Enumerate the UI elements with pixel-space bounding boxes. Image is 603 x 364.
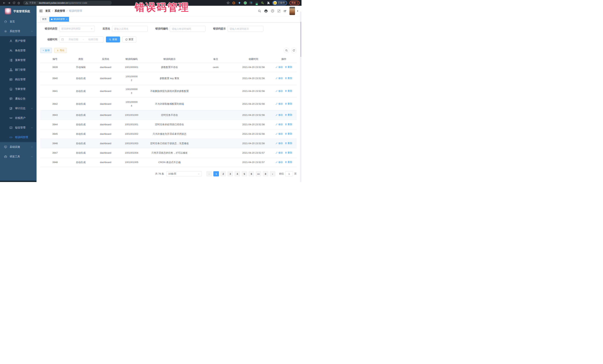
- bookmark-star-icon[interactable]: [227, 1, 230, 4]
- cell-id: 3948: [40, 158, 70, 167]
- extension-grid-icon[interactable]: [249, 1, 253, 5]
- edit-link[interactable]: 修改: [276, 132, 283, 136]
- browser-menu-icon[interactable]: [297, 2, 298, 4]
- chevron-down-icon[interactable]: ▾: [297, 10, 298, 12]
- delete-link[interactable]: 删除: [285, 65, 292, 69]
- prev-page-button[interactable]: ‹: [206, 171, 212, 176]
- page-button-1[interactable]: 1: [213, 171, 219, 176]
- sidebar-item-3[interactable]: 角色管理: [0, 46, 36, 55]
- forward-icon[interactable]: [7, 1, 12, 5]
- page-size-select[interactable]: 10条/页: [166, 171, 202, 176]
- sidebar-item-2[interactable]: 用户管理: [0, 36, 36, 46]
- profile-paused-label: 已暂停: [278, 1, 285, 4]
- end-date-placeholder[interactable]: 结束日期: [85, 38, 102, 41]
- edit-link[interactable]: 修改: [276, 113, 283, 117]
- add-button[interactable]: + 新增: [40, 48, 52, 53]
- toggle-search-button[interactable]: [284, 48, 289, 53]
- reset-button[interactable]: 重置: [122, 36, 136, 43]
- sidebar-item-5[interactable]: 部门管理: [0, 65, 36, 75]
- cell-id: 3942: [40, 98, 70, 110]
- delete-link[interactable]: 删除: [285, 141, 292, 145]
- font-size-icon[interactable]: tT: [284, 10, 286, 13]
- sidebar-item-10[interactable]: 在线用户: [0, 113, 36, 123]
- extension-green-v-icon[interactable]: v: [244, 1, 247, 5]
- goto-page-input[interactable]: [285, 171, 293, 176]
- reload-icon[interactable]: [12, 1, 16, 5]
- page-button-5[interactable]: 5: [242, 171, 247, 176]
- refresh-table-button[interactable]: [291, 48, 297, 53]
- delete-link[interactable]: 删除: [285, 102, 292, 106]
- scrollbar-thumb[interactable]: [300, 22, 301, 57]
- tab-item-0[interactable]: 首页: [40, 17, 48, 22]
- address-bar[interactable]: 不安全 dashboard.yudao.iocoder.cn/system/er…: [23, 1, 112, 5]
- delete-link[interactable]: 删除: [285, 76, 292, 80]
- edit-link[interactable]: 修改: [276, 151, 283, 154]
- delete-link[interactable]: 删除: [285, 132, 292, 136]
- sidebar-item-12[interactable]: 错误码管理: [0, 132, 36, 142]
- next-page-button[interactable]: ›: [270, 171, 275, 176]
- breadcrumb-item[interactable]: 系统管理: [55, 9, 65, 13]
- page-button-4[interactable]: 4: [234, 171, 240, 176]
- edit-link[interactable]: 修改: [276, 89, 283, 93]
- sidebar-item-6[interactable]: 岗位管理: [0, 75, 36, 84]
- page-button-3[interactable]: 3: [227, 171, 233, 176]
- edit-link[interactable]: 修改: [276, 160, 283, 164]
- start-date-placeholder[interactable]: 开始日期: [65, 38, 82, 41]
- search-icon[interactable]: [258, 10, 261, 13]
- sidebar-item-14[interactable]: 研发工具: [0, 152, 36, 161]
- extension-gem-icon[interactable]: [238, 1, 241, 5]
- export-button[interactable]: 导出: [54, 48, 67, 53]
- cell-type: 自动生成: [70, 148, 92, 158]
- error-code-input[interactable]: [172, 27, 203, 30]
- github-icon[interactable]: [264, 9, 268, 13]
- security-label[interactable]: 不安全: [29, 1, 36, 4]
- breadcrumb: 首页/系统管理/错误码管理: [45, 9, 82, 13]
- sidebar-item-9[interactable]: 审计日志: [0, 104, 36, 113]
- delete-link[interactable]: 删除: [285, 122, 292, 126]
- app-name-input[interactable]: [114, 27, 146, 30]
- extensions-puzzle-icon[interactable]: [267, 1, 270, 5]
- breadcrumb-item[interactable]: 首页: [45, 9, 50, 13]
- sidebar-item-8[interactable]: 通知公告: [0, 94, 36, 104]
- page-button-6[interactable]: 6: [249, 171, 254, 176]
- sidebar-item-label: 基础设施: [10, 145, 31, 149]
- more-pages-button[interactable]: •••: [256, 171, 261, 176]
- sidebar-item-1[interactable]: 系统管理: [0, 26, 36, 36]
- back-icon[interactable]: [2, 1, 7, 5]
- edit-link[interactable]: 修改: [276, 76, 283, 80]
- extension-list-icon[interactable]: on: [255, 1, 258, 5]
- sidebar-item-4[interactable]: 菜单管理: [0, 55, 36, 65]
- scrollbar[interactable]: [300, 11, 302, 182]
- page-button-2[interactable]: 2: [220, 171, 226, 176]
- hamburger-icon[interactable]: [39, 10, 43, 12]
- edit-link[interactable]: 修改: [276, 65, 283, 69]
- edit-link[interactable]: 修改: [276, 122, 283, 126]
- search-button[interactable]: 搜索: [106, 36, 120, 43]
- sidebar-item-7[interactable]: 字典管理: [0, 84, 36, 94]
- delete-link[interactable]: 删除: [285, 113, 292, 117]
- page-button-8[interactable]: 8: [263, 171, 268, 176]
- error-hint-input[interactable]: [230, 27, 261, 30]
- delete-link[interactable]: 删除: [285, 89, 292, 93]
- help-icon[interactable]: ?: [271, 9, 274, 13]
- extension-key-icon[interactable]: [261, 1, 264, 5]
- home-icon[interactable]: [16, 1, 21, 5]
- create-time-range-picker[interactable]: 开始日期 - 结束日期: [59, 36, 104, 43]
- delete-link[interactable]: 删除: [285, 160, 292, 164]
- sidebar-item-11[interactable]: 短信管理: [0, 123, 36, 132]
- profile-paused-badge[interactable]: 已暂停: [272, 1, 287, 5]
- app-logo-row[interactable]: 芋道管理系统: [0, 6, 36, 17]
- edit-link[interactable]: 修改: [276, 102, 283, 106]
- avatar[interactable]: [290, 7, 295, 15]
- edit-link[interactable]: 修改: [276, 141, 283, 145]
- sidebar-item-13[interactable]: 基础设施: [0, 142, 36, 152]
- close-icon[interactable]: ×: [66, 18, 67, 20]
- tab-active-1[interactable]: 错误码管理×: [49, 17, 69, 22]
- sidebar-item-0[interactable]: 首页: [0, 17, 36, 26]
- extension-ring-icon[interactable]: [232, 1, 235, 5]
- browser-update-button[interactable]: 更新: [290, 1, 300, 5]
- error-type-select[interactable]: 请选择错误码类型: [59, 26, 95, 32]
- delete-link[interactable]: 删除: [285, 151, 292, 154]
- fullscreen-icon[interactable]: [277, 10, 280, 13]
- cell-actions: 修改删除: [271, 139, 297, 148]
